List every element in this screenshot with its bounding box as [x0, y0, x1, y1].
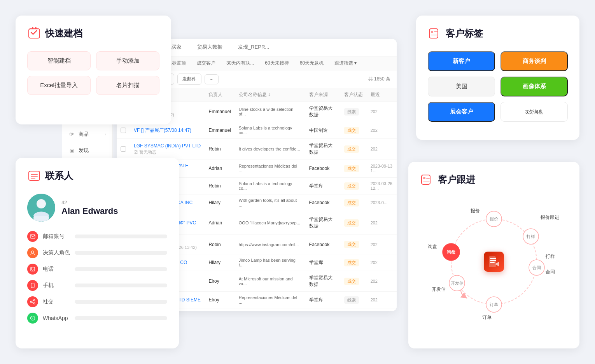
excel-import-btn[interactable]: Excel批量导入: [27, 76, 91, 95]
owner-cell: Robin: [205, 235, 234, 254]
whatsapp-icon: [27, 313, 38, 324]
source-cell: 学堂贸易大数据: [305, 211, 340, 235]
svg-point-20: [30, 301, 32, 303]
svg-point-5: [431, 31, 433, 33]
more-btn[interactable]: ···: [205, 74, 219, 84]
tag-expo-customer[interactable]: 展会客户: [428, 102, 495, 122]
col-desc: 公司名称信息 ↕: [235, 88, 305, 102]
status-badge: 线索: [344, 108, 359, 116]
row-checkbox[interactable]: [121, 146, 126, 152]
owner-cell: Adrian: [205, 211, 234, 235]
tags-title: 客户标签: [446, 27, 483, 40]
source-cell: Facebook: [305, 235, 340, 254]
svg-text:询盘: 询盘: [428, 244, 437, 249]
social-label: 社交: [43, 298, 70, 305]
role-label: 决策人角色: [43, 249, 70, 256]
tags-icon: [428, 26, 442, 40]
sidebar-item-discover[interactable]: ◉ 发现: [62, 142, 112, 159]
svg-rect-49: [489, 256, 496, 267]
subtab-deal[interactable]: 成交客户: [191, 57, 221, 70]
owner-cell: Robin: [205, 178, 234, 194]
social-value: [75, 300, 167, 304]
whatsapp-value: [75, 316, 167, 320]
subtab-filter[interactable]: 跟进筛选 ▾: [329, 57, 362, 70]
source-cell: 学堂库: [305, 178, 340, 194]
owner-cell: Adrian: [205, 159, 234, 178]
followup-header: 客户跟进: [420, 173, 568, 187]
tag-inquiry-3times[interactable]: 3次询盘: [500, 102, 568, 122]
source-cell: 学堂贸易大数据: [305, 271, 340, 292]
desc-cell: Jimco Lamp has been serving t...: [235, 254, 305, 271]
desc-cell: OOO "Насосн Мануфактурир...: [235, 211, 305, 235]
owner-cell: Hilary: [205, 194, 234, 211]
mobile-label: 手机: [43, 282, 70, 289]
tab-discover[interactable]: 发现_REPR...: [230, 39, 277, 56]
status-badge: 成交: [344, 145, 359, 153]
source-cell: 学堂贸易大数据: [305, 139, 340, 159]
table-row[interactable]: LGF SYSMAC (INDIA) PVT LTD ② 暂无动态 Robin …: [117, 139, 397, 159]
tag-business-negotiation[interactable]: 商务谈判: [500, 51, 568, 71]
field-role: 决策人角色: [27, 247, 167, 258]
svg-rect-3: [35, 27, 37, 29]
mobile-icon: [27, 280, 38, 291]
svg-text:订单: 订单: [490, 302, 498, 307]
row-checkbox[interactable]: [121, 128, 126, 133]
role-icon: [27, 247, 38, 258]
desc-cell: At Microsoft our mission and va...: [235, 271, 305, 292]
contact-icon: [27, 169, 41, 183]
col-source: 客户来源: [305, 88, 340, 102]
date-cell: 2023-09-13 1...: [367, 159, 397, 178]
email-label: 邮箱账号: [43, 233, 70, 240]
status-badge: 成交: [344, 241, 359, 248]
sidebar-item-goods[interactable]: 🛍 商品 ›: [62, 126, 112, 142]
card-scan-btn[interactable]: 名片扫描: [96, 76, 159, 95]
contact-name-area: 42 Alan Edwards: [61, 200, 118, 216]
desc-cell: With garden tools, it's all about ...: [235, 194, 305, 211]
social-icon: [27, 296, 38, 307]
svg-line-23: [32, 302, 34, 303]
total-count: 共 1650 条: [368, 76, 390, 82]
status-badge: 成交: [344, 278, 359, 285]
tag-portrait-system[interactable]: 画像体系: [500, 77, 568, 96]
tag-new-customer[interactable]: 新客户: [428, 51, 495, 71]
svg-text:报价: 报价: [470, 208, 480, 214]
owner-cell: Glenn: [205, 308, 234, 312]
svg-text:报价: 报价: [489, 217, 498, 221]
followup-title: 客户跟进: [438, 173, 475, 186]
quick-build-buttons: 智能建档 手动添加 Excel批量导入 名片扫描: [27, 51, 159, 95]
svg-text:合同: 合同: [546, 269, 555, 275]
send-email-btn[interactable]: 发邮件: [177, 74, 201, 85]
source-cell: 独立站: [305, 308, 340, 312]
svg-text:报价跟进: 报价跟进: [540, 215, 559, 220]
subtab-60days-no-visit[interactable]: 60天未接待: [259, 57, 294, 70]
svg-point-26: [423, 177, 425, 179]
svg-point-19: [33, 299, 35, 301]
company-sub: ② 暂无动态: [134, 149, 201, 155]
followup-diagram: 报价 打样 合同 订单 开发信 询盘 报价 报价跟进 打样: [426, 198, 562, 326]
date-cell: 202: [367, 292, 397, 308]
sidebar-item-label: 商品: [79, 131, 89, 138]
source-cell: 中国制造: [305, 122, 340, 139]
tags-header: 客户标签: [428, 26, 568, 40]
smart-build-btn[interactable]: 智能建档: [27, 51, 91, 70]
col-status: 客户状态: [340, 88, 367, 102]
source-cell: 学堂贸易大数据: [305, 102, 340, 122]
tag-america[interactable]: 美国: [428, 77, 495, 96]
source-cell: Facebook: [305, 194, 340, 211]
field-mobile: 手机: [27, 280, 167, 291]
discover-icon: ◉: [68, 147, 75, 154]
subtab-60days-no-intent[interactable]: 60天无意机: [294, 57, 329, 70]
status-badge: 成交: [344, 127, 359, 134]
svg-rect-2: [32, 27, 33, 29]
contact-title: 联系人: [45, 170, 73, 182]
status-badge: 成交: [344, 259, 359, 266]
desc-cell: Uline stocks a wide selection of...: [235, 102, 305, 122]
subtab-30days[interactable]: 30天内有联...: [221, 57, 259, 70]
contact-fields: 邮箱账号 决策人角色 电话 手机: [27, 231, 167, 324]
owner-cell: Hilary: [205, 254, 234, 271]
date-cell: 202: [367, 254, 397, 271]
tab-trade-data[interactable]: 贸易大数据: [189, 39, 230, 56]
manual-add-btn[interactable]: 手动添加: [96, 51, 159, 70]
sidebar-item-label: 发现: [79, 147, 89, 154]
date-cell: 202: [367, 122, 397, 139]
